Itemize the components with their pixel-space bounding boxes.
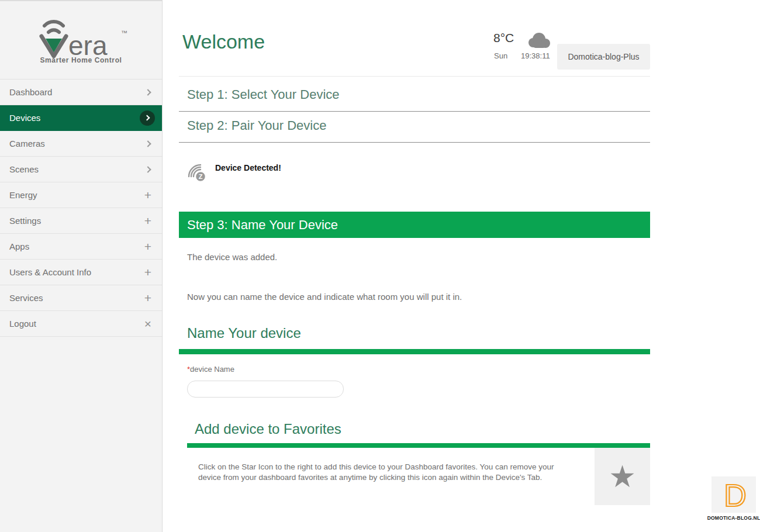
sidebar-item-dashboard[interactable]: Dashboard xyxy=(0,80,162,105)
main-content: Welcome 8°C Sun 19:38:11 Domotica-blog-P… xyxy=(163,0,760,532)
page-title: Welcome xyxy=(182,30,265,53)
divider xyxy=(179,76,650,77)
domotica-logo-label: DOMOTICA-BLOG.NL xyxy=(704,515,760,521)
close-icon: × xyxy=(144,317,151,330)
chevron-right-icon xyxy=(144,140,151,147)
sidebar-item-apps[interactable]: Apps + xyxy=(0,234,162,260)
step1-heading[interactable]: Step 1: Select Your Device xyxy=(187,87,340,102)
cloud-icon xyxy=(525,30,553,50)
sidebar-item-label: Dashboard xyxy=(9,87,146,97)
device-detected-status: Device Detected! xyxy=(215,163,281,172)
sidebar-item-energy[interactable]: Energy + xyxy=(0,182,162,208)
brand-tagline: Smarter Home Control xyxy=(40,56,122,64)
domotica-d-icon: D xyxy=(719,478,748,511)
green-underline-bar xyxy=(187,443,650,448)
controller-select-button[interactable]: Domotica-blog-Plus xyxy=(557,44,650,70)
favorites-description: Click on the Star Icon to the right to a… xyxy=(198,462,565,483)
svg-text:D: D xyxy=(724,478,747,511)
sidebar-item-settings[interactable]: Settings + xyxy=(0,208,162,234)
plus-icon: + xyxy=(144,189,151,201)
sidebar-item-devices[interactable]: Devices xyxy=(0,105,162,131)
step3-heading: Step 3: Name Your Device xyxy=(179,217,338,233)
sidebar-item-label: Devices xyxy=(9,113,140,123)
name-device-heading: Name Your device xyxy=(187,325,301,341)
favorite-star-button[interactable]: ★ xyxy=(595,448,650,505)
device-name-input[interactable] xyxy=(187,381,344,398)
step2-heading[interactable]: Step 2: Pair Your Device xyxy=(187,118,326,133)
divider xyxy=(179,111,650,112)
sidebar-item-cameras[interactable]: Cameras xyxy=(0,131,162,157)
plus-icon: + xyxy=(144,240,151,253)
step3-heading-band: Step 3: Name Your Device xyxy=(179,212,650,238)
divider xyxy=(179,142,650,143)
weather-day: Sun xyxy=(494,51,507,60)
sidebar: era ™ Smarter Home Control Dashboard Dev… xyxy=(0,0,163,532)
sidebar-item-logout[interactable]: Logout × xyxy=(0,311,162,337)
svg-text:era: era xyxy=(68,30,108,60)
sidebar-item-label: Logout xyxy=(9,319,144,329)
sidebar-item-users-account-info[interactable]: Users & Account Info + xyxy=(0,260,162,285)
sidebar-item-label: Settings xyxy=(9,216,144,226)
device-name-label: *device Name xyxy=(187,365,234,374)
clock-time: 19:38:11 xyxy=(521,51,550,60)
sidebar-item-label: Scenes xyxy=(9,164,146,174)
sidebar-item-label: Users & Account Info xyxy=(9,267,144,277)
sidebar-item-scenes[interactable]: Scenes xyxy=(0,157,162,182)
instruction-text: Now you can name the device and indicate… xyxy=(187,292,462,302)
favorites-heading: Add device to Favorites xyxy=(195,421,341,437)
sidebar-menu: Dashboard Devices Cameras Scenes Energy … xyxy=(0,79,162,337)
vera-logo-icon: era ™ xyxy=(32,16,131,60)
svg-text:™: ™ xyxy=(121,29,127,36)
sidebar-item-label: Cameras xyxy=(9,139,146,148)
chevron-right-icon xyxy=(144,166,151,172)
vera-app-window: era ™ Smarter Home Control Dashboard Dev… xyxy=(0,0,760,532)
sidebar-item-label: Apps xyxy=(9,241,144,251)
plus-icon: + xyxy=(144,292,151,304)
plus-icon: + xyxy=(144,215,151,227)
vera-logo: era ™ Smarter Home Control xyxy=(0,1,162,79)
green-underline-bar xyxy=(179,349,650,354)
plus-icon: + xyxy=(144,266,151,278)
star-icon: ★ xyxy=(609,461,636,492)
domotica-blog-logo: D DOMOTICA-BLOG.NL xyxy=(704,476,760,521)
chevron-right-icon xyxy=(144,89,151,95)
sidebar-item-services[interactable]: Services + xyxy=(0,285,162,311)
sidebar-item-label: Services xyxy=(9,293,144,303)
svg-text:Z: Z xyxy=(199,173,203,180)
zwave-device-icon: Z xyxy=(187,161,208,182)
device-added-text: The device was added. xyxy=(187,252,277,262)
chevron-right-circle-icon xyxy=(140,110,155,126)
sidebar-item-label: Energy xyxy=(9,190,144,200)
domotica-logo-box: D xyxy=(711,476,756,513)
weather-temperature: 8°C xyxy=(493,31,514,45)
